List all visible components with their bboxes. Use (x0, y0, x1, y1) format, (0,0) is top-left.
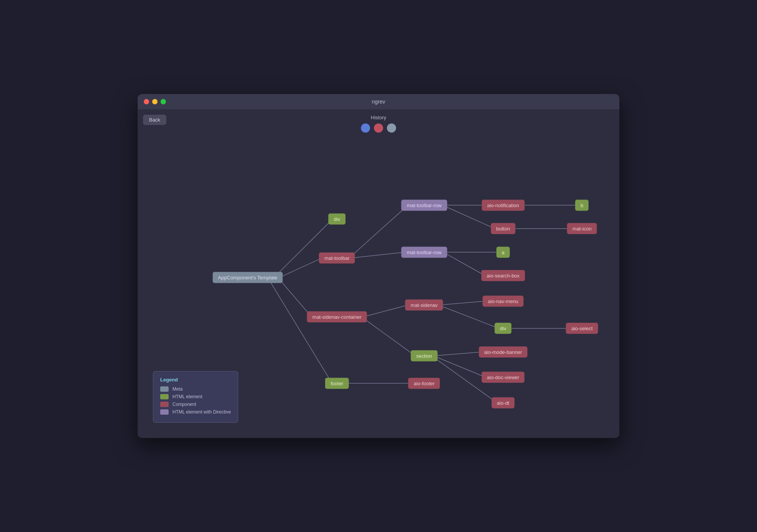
back-button[interactable]: Back (143, 115, 166, 125)
legend-title: Legend (160, 377, 231, 383)
node-div-sidenav[interactable]: div (495, 323, 512, 334)
node-aio-search-box[interactable]: aio-search-box (481, 270, 525, 281)
svg-line-0 (282, 259, 319, 276)
node-div-top[interactable]: div (328, 213, 346, 224)
node-mat-sidenav-container[interactable]: mat-sidenav-container (307, 311, 367, 322)
node-button[interactable]: button (491, 223, 515, 234)
legend-swatch-component (160, 402, 169, 407)
node-mat-toolbar-row-1[interactable]: mat-toolbar-row (401, 200, 447, 211)
node-aio-notification[interactable]: aio-notification (482, 200, 525, 211)
node-mat-toolbar[interactable]: mat-toolbar (319, 253, 355, 264)
history-dot-2[interactable] (374, 123, 383, 133)
legend-meta: Meta (160, 386, 231, 392)
node-aio-doc-viewer[interactable]: aio-doc-viewer (482, 372, 525, 383)
history-dot-1[interactable] (361, 123, 370, 133)
legend-directive: HTML element with Directive (160, 409, 231, 415)
svg-line-11 (446, 254, 482, 274)
legend-label-meta: Meta (172, 386, 183, 392)
close-button[interactable] (144, 99, 149, 104)
legend-swatch-directive (160, 409, 169, 415)
svg-line-18 (437, 357, 482, 376)
node-app-template[interactable]: AppComponent's Template (213, 272, 283, 283)
svg-line-16 (364, 319, 412, 354)
node-b[interactable]: b (575, 200, 589, 211)
traffic-lights (144, 99, 166, 104)
svg-line-14 (442, 307, 495, 327)
legend: Legend Meta HTML element Component HTML … (153, 371, 238, 423)
node-mat-toolbar-row-2[interactable]: mat-toolbar-row (401, 247, 447, 258)
app-window: ngrev Back History AppComponent's Templa… (138, 94, 619, 438)
svg-line-5 (355, 253, 401, 258)
node-a[interactable]: a (496, 247, 510, 258)
history-title: History (371, 115, 386, 120)
node-aio-nav-menu[interactable]: aio-nav-menu (482, 295, 524, 307)
window-title: ngrev (372, 99, 385, 105)
main-content: Back History AppComponent's Templatemat-… (138, 109, 619, 438)
legend-swatch-meta (160, 386, 169, 392)
minimize-button[interactable] (152, 99, 158, 104)
node-footer[interactable]: footer (325, 378, 349, 389)
svg-line-13 (443, 301, 482, 305)
legend-swatch-html (160, 394, 169, 399)
maximize-button[interactable] (161, 99, 166, 104)
node-mat-sidenav[interactable]: mat-sidenav (405, 299, 443, 310)
svg-line-17 (437, 352, 479, 355)
svg-line-12 (367, 306, 405, 316)
node-aio-mode-banner[interactable]: aio-mode-banner (479, 346, 527, 357)
node-aio-select[interactable]: aio-select (566, 323, 598, 334)
legend-label-directive: HTML element with Directive (172, 409, 231, 415)
titlebar: ngrev (138, 94, 619, 109)
history-dots (361, 123, 396, 133)
svg-line-4 (353, 208, 405, 255)
legend-component: Component (160, 402, 231, 407)
node-aio-dt[interactable]: aio-dt (492, 397, 515, 408)
svg-line-2 (280, 280, 310, 315)
history-panel: History (361, 115, 396, 133)
svg-line-3 (270, 282, 330, 379)
history-dot-3[interactable] (387, 123, 396, 133)
legend-html: HTML element (160, 394, 231, 399)
legend-label-html: HTML element (172, 394, 202, 399)
node-section[interactable]: section (411, 350, 437, 362)
node-aio-footer[interactable]: aio-footer (408, 378, 440, 389)
node-mat-icon[interactable]: mat-icon (567, 223, 597, 234)
legend-label-component: Component (172, 402, 196, 407)
